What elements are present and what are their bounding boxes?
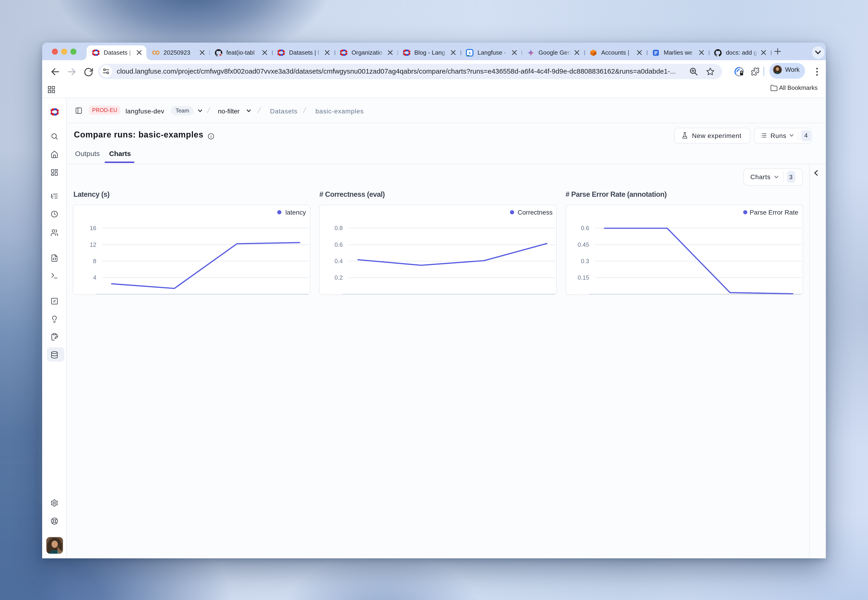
svg-text:0.15: 0.15 xyxy=(578,274,589,281)
svg-text:0.3: 0.3 xyxy=(581,258,589,264)
svg-text:0.45: 0.45 xyxy=(578,241,589,248)
svg-text:0.8: 0.8 xyxy=(334,225,343,231)
svg-text:Parse Error Rate: Parse Error Rate xyxy=(750,209,798,216)
svg-text:0.4: 0.4 xyxy=(334,258,343,264)
svg-text:0.6: 0.6 xyxy=(581,225,589,231)
svg-text:0.6: 0.6 xyxy=(334,241,343,248)
svg-text:latency: latency xyxy=(285,209,306,216)
svg-text:0.2: 0.2 xyxy=(334,274,343,281)
svg-text:4: 4 xyxy=(93,274,96,281)
svg-text:Correctness: Correctness xyxy=(517,209,552,216)
svg-text:12: 12 xyxy=(90,241,96,248)
svg-text:8: 8 xyxy=(93,258,96,264)
svg-text:16: 16 xyxy=(90,225,96,231)
